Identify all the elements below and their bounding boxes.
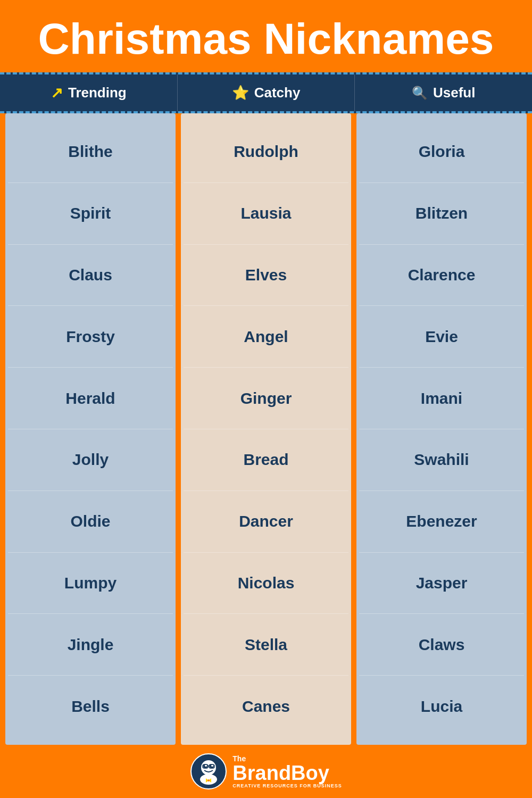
list-item: Oldie: [8, 491, 173, 553]
list-item: Swahili: [359, 429, 524, 491]
list-item: Ginger: [184, 368, 348, 429]
tab-trending-label: Trending: [68, 85, 127, 101]
logo-brand-part2: Boy: [291, 762, 329, 784]
column-useful: GloriaBlitzenClarenceEvieImaniSwahiliEbe…: [356, 113, 527, 745]
list-item: Jolly: [8, 429, 173, 491]
list-item: Imani: [359, 368, 524, 429]
logo-brand-name: BrandBoy: [232, 763, 342, 783]
logo-tagline: CREATIVE RESOURCES FOR BUSINESS: [232, 783, 342, 788]
list-item: Bells: [8, 676, 173, 737]
logo-text-block: The BrandBoy CREATIVE RESOURCES FOR BUSI…: [232, 754, 342, 788]
header-section: Christmas Nicknames: [0, 0, 532, 72]
page-title: Christmas Nicknames: [11, 16, 521, 62]
list-item: Evie: [359, 306, 524, 368]
list-item: Bread: [184, 429, 348, 491]
footer-section: The BrandBoy CREATIVE RESOURCES FOR BUSI…: [0, 745, 532, 798]
list-item: Lausia: [184, 183, 348, 245]
list-item: Angel: [184, 306, 348, 368]
list-item: Ebenezer: [359, 491, 524, 553]
list-item: Claws: [359, 614, 524, 676]
svg-point-12: [207, 779, 210, 782]
list-item: Herald: [8, 368, 173, 429]
list-item: Clarence: [359, 245, 524, 306]
tab-catchy-label: Catchy: [254, 85, 301, 101]
list-item: Jingle: [8, 614, 173, 676]
list-item: Nicolas: [184, 553, 348, 614]
tab-trending[interactable]: ↗ Trending: [0, 74, 178, 111]
list-item: Canes: [184, 676, 348, 737]
trending-up-icon: ↗: [51, 84, 63, 102]
brandboy-logo-icon: [190, 753, 227, 790]
content-area: BlitheSpiritClausFrostyHeraldJollyOldieL…: [0, 113, 532, 745]
tabs-row: ↗ Trending ⭐ Catchy 🔍 Useful: [0, 72, 532, 113]
search-icon: 🔍: [412, 86, 428, 101]
list-item: Lucia: [359, 676, 524, 737]
logo-brand-part1: Brand: [232, 762, 291, 784]
list-item: Lumpy: [8, 553, 173, 614]
list-item: Elves: [184, 245, 348, 306]
list-item: Frosty: [8, 306, 173, 368]
list-item: Blitzen: [359, 183, 524, 245]
list-item: Blithe: [8, 121, 173, 183]
list-item: Gloria: [359, 121, 524, 183]
column-catchy: RudolphLausiaElvesAngelGingerBreadDancer…: [181, 113, 351, 745]
list-item: Spirit: [8, 183, 173, 245]
brand-logo: The BrandBoy CREATIVE RESOURCES FOR BUSI…: [190, 753, 342, 790]
list-item: Stella: [184, 614, 348, 676]
list-item: Jasper: [359, 553, 524, 614]
star-icon: ⭐: [232, 85, 249, 101]
tab-useful-label: Useful: [433, 85, 475, 101]
list-item: Claus: [8, 245, 173, 306]
column-trending: BlitheSpiritClausFrostyHeraldJollyOldieL…: [5, 113, 176, 745]
list-item: Dancer: [184, 491, 348, 553]
tab-useful[interactable]: 🔍 Useful: [355, 74, 532, 111]
tab-catchy[interactable]: ⭐ Catchy: [178, 74, 355, 111]
list-item: Rudolph: [184, 121, 348, 183]
